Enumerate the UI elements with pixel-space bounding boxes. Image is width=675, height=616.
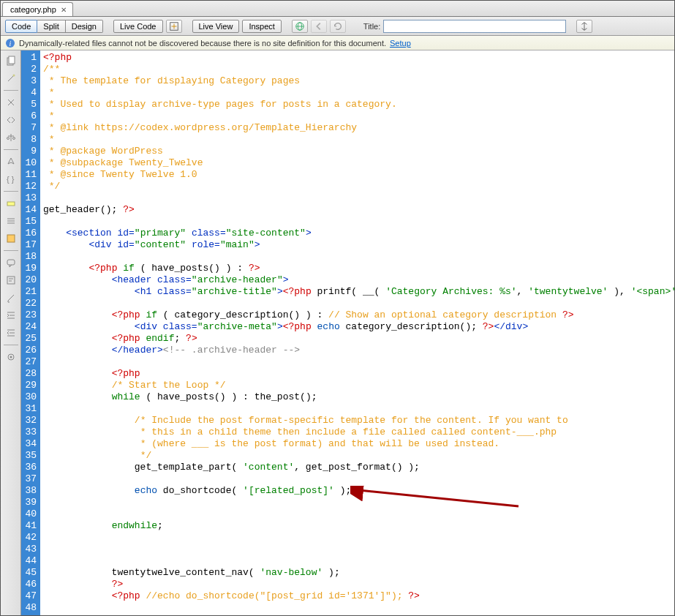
tab-label: category.php [10, 5, 56, 14]
live-code-button[interactable]: Live Code [113, 20, 163, 33]
line-numbers: 1234567891011121314151617181920212223242… [21, 50, 40, 615]
live-view-button[interactable]: Live View [192, 20, 240, 33]
indent-icon[interactable] [4, 308, 18, 323]
svg-rect-6 [9, 56, 15, 64]
title-input[interactable] [383, 20, 566, 33]
svg-point-16 [10, 356, 12, 358]
svg-point-9 [12, 138, 15, 140]
close-icon[interactable]: ✕ [61, 6, 67, 14]
lines-icon[interactable] [4, 214, 18, 228]
svg-rect-11 [7, 202, 15, 206]
inspect-button[interactable]: Inspect [242, 20, 281, 33]
svg-rect-14 [7, 277, 15, 284]
code-body[interactable]: <?php/** * The template for displaying C… [40, 50, 674, 615]
tab-category-php[interactable]: category.php ✕ [2, 2, 73, 16]
title-label: Title: [363, 22, 380, 31]
back-icon[interactable] [311, 20, 327, 33]
info-icon: i [5, 38, 15, 48]
svg-point-8 [7, 138, 9, 140]
design-view-button[interactable]: Design [66, 20, 103, 33]
svg-rect-13 [7, 260, 15, 265]
outdent-icon[interactable] [4, 326, 18, 340]
code-view-button[interactable]: Code [5, 20, 37, 33]
wand-icon[interactable] [4, 71, 18, 86]
nav-icon[interactable] [4, 154, 18, 169]
globe-icon[interactable] [292, 20, 308, 33]
code-editor[interactable]: 1234567891011121314151617181920212223242… [21, 50, 674, 615]
comment-icon[interactable] [4, 255, 18, 270]
svg-rect-12 [7, 235, 15, 242]
split-view-button[interactable]: Split [37, 20, 65, 33]
sync-icon[interactable] [576, 20, 592, 33]
side-toolbar: { } [1, 50, 21, 615]
live-code-options-icon[interactable] [166, 20, 182, 33]
balance-icon[interactable] [4, 130, 18, 145]
highlight-icon[interactable] [4, 196, 18, 211]
braces-icon[interactable]: { } [4, 172, 18, 187]
svg-point-7 [12, 75, 15, 77]
expand-icon[interactable] [4, 113, 18, 127]
open-docs-icon[interactable] [4, 53, 18, 68]
snippets-icon[interactable] [4, 273, 18, 288]
edit-icon[interactable] [4, 290, 18, 305]
info-text: Dynamically-related files cannot not be … [19, 39, 386, 48]
svg-text:{ }: { } [7, 175, 15, 184]
pane-icon[interactable] [4, 231, 18, 246]
collapse-icon[interactable] [4, 95, 18, 110]
info-bar: i Dynamically-related files cannot not b… [1, 36, 674, 50]
refresh-icon[interactable] [330, 20, 346, 33]
settings-icon[interactable] [4, 350, 18, 364]
setup-link[interactable]: Setup [390, 39, 411, 48]
svg-text:i: i [10, 40, 12, 48]
tab-bar: category.php ✕ [1, 1, 674, 17]
toolbar: Code Split Design Live Code Live View In… [1, 17, 674, 36]
